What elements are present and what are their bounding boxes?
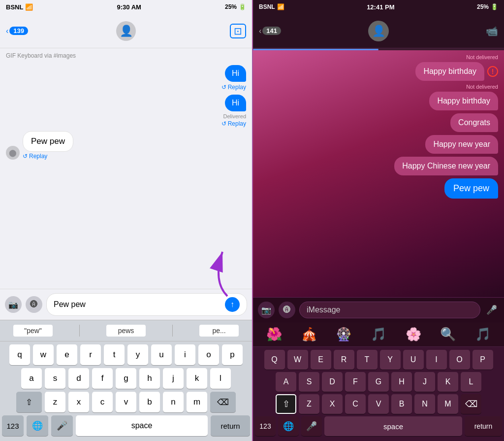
emoji-5[interactable]: 🌸 bbox=[406, 327, 421, 342]
key-k[interactable]: k bbox=[187, 368, 207, 389]
key-w[interactable]: w bbox=[33, 344, 54, 365]
key-Y[interactable]: Y bbox=[380, 350, 401, 370]
key-y[interactable]: y bbox=[127, 344, 148, 365]
camera-button-right[interactable]: 📷 bbox=[258, 302, 275, 318]
kb-row-bottom: 123 🌐 🎤 space return bbox=[2, 415, 250, 436]
key-g[interactable]: g bbox=[116, 368, 136, 389]
emoji-6[interactable]: 🔍 bbox=[440, 327, 456, 342]
key-globe-left[interactable]: 🌐 bbox=[27, 415, 48, 436]
key-r[interactable]: r bbox=[80, 344, 101, 365]
key-B[interactable]: B bbox=[391, 394, 412, 414]
key-z[interactable]: z bbox=[45, 392, 65, 412]
key-n[interactable]: n bbox=[163, 392, 184, 412]
key-num-right[interactable]: 123 bbox=[255, 416, 276, 436]
bubble-congrats: Congrats bbox=[450, 113, 498, 132]
key-space-right[interactable]: space bbox=[324, 416, 462, 436]
key-space-left[interactable]: space bbox=[76, 415, 208, 436]
keyboard-left: q w e r t y u i o p a s d f g h j k l ⇧ … bbox=[0, 341, 252, 441]
avatar-small-left: ⬤ bbox=[6, 146, 20, 160]
key-P[interactable]: P bbox=[472, 350, 493, 370]
send-button-left[interactable]: ↑ bbox=[225, 297, 240, 312]
key-globe-right[interactable]: 🌐 bbox=[278, 416, 299, 436]
key-X[interactable]: X bbox=[322, 394, 343, 414]
key-num-left[interactable]: 123 bbox=[2, 415, 24, 436]
back-button-right[interactable]: ‹ 141 bbox=[259, 27, 281, 35]
key-mic-right[interactable]: 🎤 bbox=[301, 416, 322, 436]
key-delete-left[interactable]: ⌫ bbox=[210, 392, 236, 412]
key-p[interactable]: p bbox=[222, 344, 243, 365]
key-U[interactable]: U bbox=[403, 350, 424, 370]
key-I[interactable]: I bbox=[426, 350, 447, 370]
key-G[interactable]: G bbox=[368, 372, 389, 392]
key-h[interactable]: h bbox=[139, 368, 160, 389]
key-L[interactable]: L bbox=[461, 372, 481, 392]
app-button-left[interactable]: 🅐 bbox=[26, 296, 42, 313]
key-v[interactable]: v bbox=[116, 392, 136, 412]
key-T[interactable]: T bbox=[357, 350, 378, 370]
key-t[interactable]: t bbox=[104, 344, 125, 365]
key-shift-right[interactable]: ⇧ bbox=[276, 394, 296, 414]
key-mic-left[interactable]: 🎤 bbox=[51, 415, 73, 436]
key-J[interactable]: J bbox=[414, 372, 435, 392]
key-l[interactable]: l bbox=[210, 368, 231, 389]
key-u[interactable]: u bbox=[151, 344, 172, 365]
back-button-left[interactable]: ‹ 139 bbox=[6, 27, 28, 35]
emoji-4[interactable]: 🎵 bbox=[371, 327, 386, 342]
emoji-2[interactable]: 🎪 bbox=[301, 327, 317, 342]
emoji-1[interactable]: 🌺 bbox=[266, 327, 282, 342]
key-o[interactable]: o bbox=[198, 344, 219, 365]
key-V[interactable]: V bbox=[368, 394, 389, 414]
key-Q[interactable]: Q bbox=[264, 350, 285, 370]
key-shift-left[interactable]: ⇧ bbox=[16, 392, 42, 412]
key-D[interactable]: D bbox=[322, 372, 343, 392]
key-S[interactable]: S bbox=[299, 372, 319, 392]
video-call-button-left[interactable]: ⊡ bbox=[230, 25, 246, 37]
key-return-right[interactable]: return bbox=[465, 416, 502, 436]
replay-icon-1: ↺ bbox=[221, 84, 226, 91]
key-e[interactable]: e bbox=[57, 344, 77, 365]
camera-button-left[interactable]: 📷 bbox=[5, 296, 22, 313]
key-d[interactable]: d bbox=[68, 368, 89, 389]
replay-hi2[interactable]: ↺ Replay bbox=[6, 120, 246, 127]
contact-header-left[interactable]: 👤 bbox=[116, 21, 136, 41]
key-i[interactable]: i bbox=[175, 344, 195, 365]
key-x[interactable]: x bbox=[68, 392, 89, 412]
key-O[interactable]: O bbox=[449, 350, 470, 370]
key-M[interactable]: M bbox=[438, 394, 458, 414]
key-return-left[interactable]: return bbox=[211, 415, 250, 436]
emoji-3[interactable]: 🎡 bbox=[336, 327, 351, 342]
app-button-right[interactable]: 🅐 bbox=[279, 302, 295, 318]
key-j[interactable]: j bbox=[163, 368, 184, 389]
mic-button-right[interactable]: 🎤 bbox=[484, 303, 499, 317]
key-b[interactable]: b bbox=[139, 392, 160, 412]
key-c[interactable]: c bbox=[92, 392, 113, 412]
key-K[interactable]: K bbox=[438, 372, 458, 392]
key-a[interactable]: a bbox=[21, 368, 42, 389]
key-Z[interactable]: Z bbox=[299, 394, 319, 414]
back-badge-right[interactable]: 141 bbox=[262, 27, 281, 35]
key-f[interactable]: f bbox=[92, 368, 113, 389]
autocomplete-item-2[interactable]: pews bbox=[106, 325, 146, 337]
key-delete-right[interactable]: ⌫ bbox=[461, 394, 481, 414]
autocomplete-item-1[interactable]: "pew" bbox=[13, 325, 53, 337]
contact-header-right[interactable]: 👤 bbox=[368, 21, 389, 41]
replay-pewpew[interactable]: ↺ Replay bbox=[23, 153, 73, 160]
key-C[interactable]: C bbox=[345, 394, 366, 414]
key-m[interactable]: m bbox=[187, 392, 207, 412]
emoji-7[interactable]: 🎵 bbox=[475, 327, 491, 342]
key-F[interactable]: F bbox=[345, 372, 366, 392]
message-input-right[interactable]: iMessage bbox=[299, 302, 480, 318]
key-N[interactable]: N bbox=[414, 394, 435, 414]
back-badge-left[interactable]: 139 bbox=[9, 27, 28, 35]
replay-hi1[interactable]: ↺ Replay bbox=[6, 84, 246, 91]
key-E[interactable]: E bbox=[311, 350, 331, 370]
video-call-button-right[interactable]: 📹 bbox=[486, 25, 498, 37]
key-R[interactable]: R bbox=[334, 350, 354, 370]
key-W[interactable]: W bbox=[287, 350, 308, 370]
autocomplete-item-3[interactable]: pe... bbox=[199, 325, 239, 337]
key-H[interactable]: H bbox=[391, 372, 412, 392]
key-s[interactable]: s bbox=[45, 368, 65, 389]
key-q[interactable]: q bbox=[9, 344, 30, 365]
message-input-left[interactable]: Pew pew ↑ bbox=[46, 293, 247, 316]
key-A[interactable]: A bbox=[276, 372, 296, 392]
